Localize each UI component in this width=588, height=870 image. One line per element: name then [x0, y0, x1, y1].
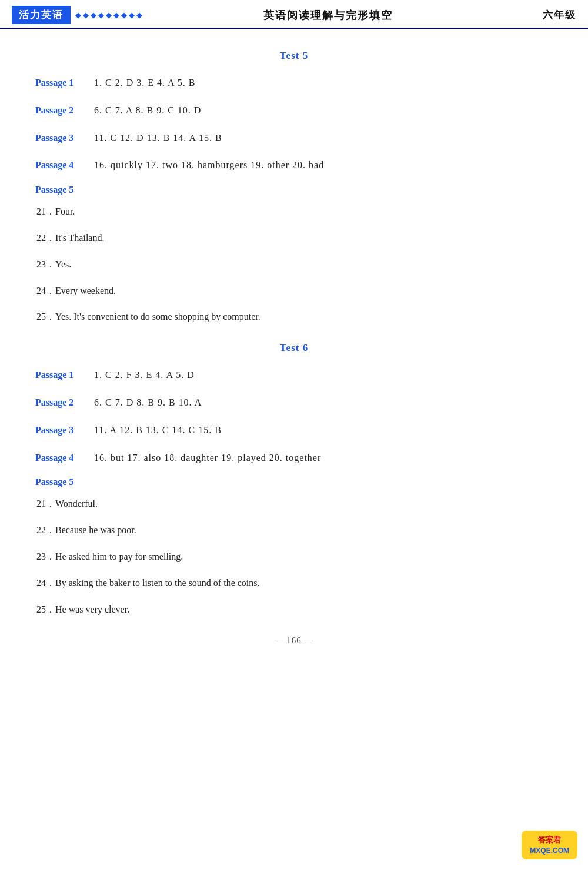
test5-passage3-answers: 11. C 12. D 13. B 14. A 15. B	[94, 130, 222, 147]
watermark-line1: 答案君	[530, 834, 569, 846]
list-item: 22．It's Thailand.	[35, 230, 553, 247]
test5-passage5-label: Passage 5	[35, 185, 553, 195]
test6-passage3-row: Passage 3 11. A 12. B 13. C 14. C 15. B	[35, 422, 553, 439]
list-item: 23．He asked him to pay for smelling.	[35, 548, 553, 566]
test6-passage3-answers: 11. A 12. B 13. C 14. C 15. B	[94, 422, 222, 439]
test6-title: Test 6	[35, 342, 553, 354]
test5-passage5-answers: 21．Four.22．It's Thailand.23．Yes.24．Every…	[35, 203, 553, 326]
list-item: 24．Every weekend.	[35, 283, 553, 300]
test6-passage5-answers: 21．Wonderful.22．Because he was poor.23．H…	[35, 496, 553, 618]
list-item: 21．Wonderful.	[35, 496, 553, 513]
test6-passage4-answers: 16. but 17. also 18. daughter 19. played…	[94, 450, 321, 467]
test5-passage3-row: Passage 3 11. C 12. D 13. B 14. A 15. B	[35, 130, 553, 147]
test5-passage4-label: Passage 4	[35, 157, 88, 174]
test5-passage1-answers: 1. C 2. D 3. E 4. A 5. B	[94, 75, 195, 92]
test5-passage3-label: Passage 3	[35, 130, 88, 147]
test6-passage4-label: Passage 4	[35, 450, 88, 467]
test5-passage1-row: Passage 1 1. C 2. D 3. E 4. A 5. B	[35, 75, 553, 92]
header-title: 英语阅读理解与完形填空	[113, 8, 543, 22]
list-item: 25．Yes. It's convenient to do some shopp…	[35, 309, 553, 326]
test6-passage1-answers: 1. C 2. F 3. E 4. A 5. D	[94, 367, 195, 384]
list-item: 22．Because he was poor.	[35, 522, 553, 539]
test5-passage4-answers: 16. quickly 17. two 18. hamburgers 19. o…	[94, 157, 324, 174]
main-content: Test 5 Passage 1 1. C 2. D 3. E 4. A 5. …	[0, 29, 588, 663]
test6-passage2-row: Passage 2 6. C 7. D 8. B 9. B 10. A	[35, 394, 553, 411]
test6-passage4-row: Passage 4 16. but 17. also 18. daughter …	[35, 450, 553, 467]
page-footer: — 166 —	[35, 635, 553, 645]
test5-passage1-label: Passage 1	[35, 75, 88, 92]
test5-passage4-row: Passage 4 16. quickly 17. two 18. hambur…	[35, 157, 553, 174]
brand-label: 活力英语	[12, 6, 71, 24]
test5-passage2-row: Passage 2 6. C 7. A 8. B 9. C 10. D	[35, 102, 553, 119]
list-item: 21．Four.	[35, 203, 553, 220]
test6-passage3-label: Passage 3	[35, 422, 88, 439]
test6-passage1-row: Passage 1 1. C 2. F 3. E 4. A 5. D	[35, 367, 553, 384]
header-grade: 六年级	[543, 8, 576, 22]
page-header: 活力英语 ◆◆◆◆◆◆◆◆◆ 英语阅读理解与完形填空 六年级	[0, 0, 588, 29]
watermark-line2: MXQE.COM	[530, 845, 569, 856]
list-item: 23．Yes.	[35, 256, 553, 273]
test6-passage2-label: Passage 2	[35, 394, 88, 411]
list-item: 24．By asking the baker to listen to the …	[35, 575, 553, 592]
test6-passage2-answers: 6. C 7. D 8. B 9. B 10. A	[94, 394, 202, 411]
watermark: 答案君 MXQE.COM	[522, 831, 577, 860]
test5-passage2-label: Passage 2	[35, 102, 88, 119]
list-item: 25．He was very clever.	[35, 601, 553, 618]
test6-passage1-label: Passage 1	[35, 367, 88, 384]
test5-passage2-answers: 6. C 7. A 8. B 9. C 10. D	[94, 102, 201, 119]
test5-title: Test 5	[35, 50, 553, 62]
test6-passage5-label: Passage 5	[35, 477, 553, 487]
